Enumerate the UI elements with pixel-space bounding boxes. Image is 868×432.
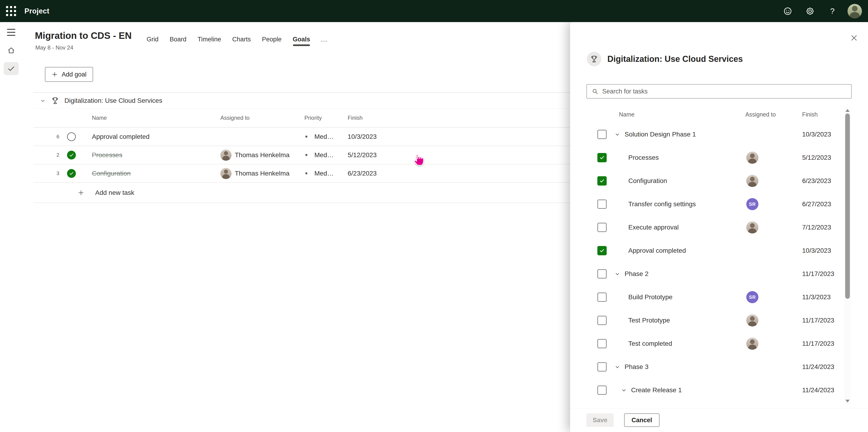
column-header-name: Name — [614, 111, 735, 118]
task-checkbox[interactable] — [597, 316, 607, 325]
task-checkbox[interactable] — [597, 176, 607, 186]
panel-task-row[interactable]: Configuration 6/23/2023 — [570, 169, 844, 193]
task-checkbox[interactable] — [597, 293, 607, 302]
scroll-down-arrow[interactable] — [844, 398, 851, 405]
task-checkbox[interactable] — [597, 269, 607, 278]
save-button[interactable]: Save — [586, 413, 614, 427]
panel-task-row[interactable]: Processes 5/12/2023 — [570, 146, 844, 169]
task-complete-icon[interactable] — [67, 132, 76, 141]
priority-dot-icon — [305, 172, 307, 174]
assignee-avatar-initials: SR — [746, 291, 758, 303]
hamburger-icon — [7, 29, 16, 36]
help-button[interactable]: ? — [825, 4, 840, 19]
panel-task-row[interactable]: Create Release 1 11/24/2023 — [570, 378, 844, 402]
scroll-up-arrow[interactable] — [844, 107, 851, 114]
tab-grid[interactable]: Grid — [147, 33, 158, 46]
scrollbar-thumb[interactable] — [845, 113, 850, 299]
nav-goals-button[interactable] — [4, 62, 19, 75]
panel-close-button[interactable] — [847, 31, 861, 44]
expand-chevron-icon[interactable] — [620, 387, 627, 394]
app-title: Project — [25, 7, 49, 15]
finish-date[interactable]: 5/12/2023 — [348, 152, 572, 159]
panel-task-row[interactable]: Build Prototype SR 11/3/2023 — [570, 286, 844, 309]
panel-task-row[interactable]: Solution Design Phase 1 10/3/2023 — [570, 123, 844, 146]
task-complete-icon[interactable] — [67, 169, 76, 178]
search-input[interactable] — [602, 88, 846, 95]
add-new-task-button[interactable]: Add new task — [33, 183, 572, 203]
priority-label: Med… — [314, 170, 334, 177]
assignee-name: Thomas Henkelma — [235, 170, 289, 177]
panel-task-row[interactable]: Test completed 11/17/2023 — [570, 332, 844, 355]
task-search-box[interactable] — [586, 84, 852, 99]
help-icon: ? — [830, 6, 835, 15]
task-checkbox[interactable] — [597, 362, 607, 371]
task-name: Approval completed — [628, 247, 686, 254]
task-name[interactable]: Approval completed — [92, 133, 149, 140]
task-checkbox[interactable] — [597, 199, 607, 209]
priority-cell[interactable]: Med… — [304, 133, 348, 140]
tab-label: Timeline — [197, 36, 221, 43]
priority-cell[interactable]: Med… — [304, 170, 348, 177]
close-icon — [850, 34, 858, 42]
panel-task-row[interactable]: Approval completed 10/3/2023 — [570, 239, 844, 262]
panel-task-row[interactable]: Test Prototype 11/17/2023 — [570, 309, 844, 332]
expand-chevron-icon[interactable] — [614, 270, 621, 277]
task-checkbox[interactable] — [597, 246, 607, 255]
panel-task-row[interactable]: Execute approval 7/12/2023 — [570, 216, 844, 239]
panel-task-row[interactable]: Transfer config settings SR 6/27/2023 — [570, 193, 844, 216]
finish-date[interactable]: 10/3/2023 — [348, 133, 572, 140]
task-checkbox[interactable] — [597, 339, 607, 348]
assignee-cell[interactable]: Thomas Henkelma — [220, 149, 304, 161]
tab-board[interactable]: Board — [169, 33, 186, 46]
goal-table-body: 6 Approval completed Med… 10/3/2023 2 Pr… — [33, 128, 572, 183]
assignee-cell — [735, 221, 778, 233]
tab-timeline[interactable]: Timeline — [197, 33, 221, 46]
panel-task-row[interactable]: Phase 2 11/17/2023 — [570, 262, 844, 286]
app-launcher-button[interactable] — [0, 0, 22, 22]
task-complete-icon[interactable] — [67, 151, 76, 160]
tab-people[interactable]: People — [262, 33, 282, 46]
add-goal-button[interactable]: Add goal — [45, 67, 93, 82]
column-header-name[interactable]: Name — [82, 114, 220, 121]
panel-scrollbar[interactable] — [844, 107, 851, 405]
table-row[interactable]: 3 Configuration Thomas Henkelma Med… 6/2… — [33, 164, 572, 183]
panel-table-header: Name Assigned to Finish — [570, 108, 818, 121]
collapse-chevron-icon[interactable] — [40, 98, 46, 104]
tab-goals[interactable]: Goals — [293, 33, 310, 46]
expand-chevron-icon[interactable] — [614, 131, 621, 138]
more-tabs-button[interactable]: … — [318, 33, 331, 46]
task-name: Build Prototype — [628, 293, 673, 301]
task-checkbox[interactable] — [597, 386, 607, 395]
task-checkbox[interactable] — [597, 223, 607, 232]
panel-task-row[interactable]: Phase 3 11/24/2023 — [570, 355, 844, 378]
table-row[interactable]: 2 Processes Thomas Henkelma Med… 5/12/20… — [33, 146, 572, 164]
settings-gear-button[interactable] — [803, 4, 817, 19]
task-name[interactable]: Configuration — [92, 170, 131, 177]
column-header-priority[interactable]: Priority — [304, 114, 348, 121]
tab-charts[interactable]: Charts — [232, 33, 251, 46]
assignee-name: Thomas Henkelma — [235, 152, 289, 159]
table-row[interactable]: 6 Approval completed Med… 10/3/2023 — [33, 128, 572, 146]
task-name[interactable]: Processes — [92, 152, 122, 159]
priority-cell[interactable]: Med… — [304, 152, 348, 159]
assignee-cell — [735, 175, 778, 187]
hamburger-menu-button[interactable] — [4, 26, 19, 39]
row-number: 3 — [33, 170, 64, 176]
assignee-avatar — [220, 149, 231, 161]
finish-date[interactable]: 6/23/2023 — [348, 170, 572, 177]
goal-group-header[interactable]: Digitalization: Use Cloud Services — [33, 92, 572, 108]
project-date-range: May 8 - Nov 24 — [35, 44, 73, 51]
tab-bar: GridBoardTimelineChartsPeopleGoals — [147, 33, 310, 46]
expand-chevron-icon[interactable] — [614, 363, 621, 370]
cancel-button[interactable]: Cancel — [624, 413, 659, 427]
column-header-assigned-to[interactable]: Assigned to — [220, 114, 304, 121]
task-checkbox[interactable] — [597, 130, 607, 139]
feedback-smiley-button[interactable] — [780, 4, 795, 19]
column-header-finish[interactable]: Finish — [348, 114, 572, 121]
assignee-cell[interactable]: Thomas Henkelma — [220, 168, 304, 179]
finish-date: 11/24/2023 — [778, 363, 834, 371]
waffle-icon — [6, 6, 16, 16]
nav-home-button[interactable] — [4, 44, 19, 57]
user-avatar[interactable] — [847, 4, 862, 19]
task-checkbox[interactable] — [597, 153, 607, 162]
